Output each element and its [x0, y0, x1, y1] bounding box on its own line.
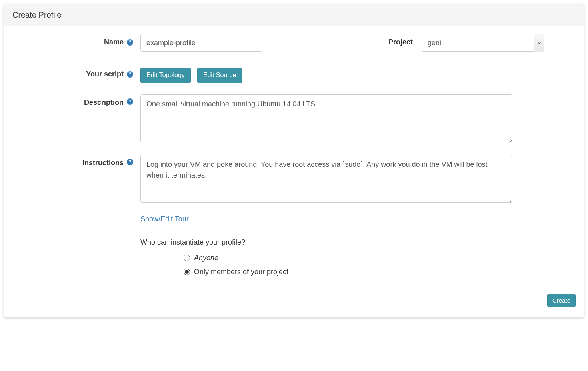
radio-anyone[interactable] — [184, 255, 190, 261]
top-row: Name ? Project geni — [12, 34, 576, 52]
project-select[interactable]: geni — [422, 34, 544, 52]
access-question: Who can instantiate your profile? — [140, 238, 576, 247]
script-row: Your script ? Edit Topology Edit Source — [12, 68, 576, 83]
project-group: Project geni — [388, 34, 576, 52]
instructions-row: Instructions ? — [12, 155, 576, 204]
name-input[interactable] — [140, 34, 262, 52]
access-anyone-label: Anyone — [194, 254, 218, 262]
name-label: Name — [104, 38, 124, 46]
name-label-col: Name ? — [12, 34, 140, 46]
instructions-label-col: Instructions ? — [12, 155, 140, 167]
help-icon[interactable]: ? — [127, 71, 133, 78]
instructions-control — [140, 155, 576, 204]
script-buttons: Edit Topology Edit Source — [140, 68, 576, 83]
access-members-label: Only members of your project — [194, 268, 288, 276]
project-select-wrap: geni — [422, 34, 544, 52]
access-option-members[interactable]: Only members of your project — [184, 268, 576, 276]
instructions-textarea[interactable] — [140, 155, 512, 203]
name-group: Name ? — [12, 34, 262, 52]
tour-row: Show/Edit Tour Who can instantiate your … — [12, 215, 576, 282]
edit-topology-button[interactable]: Edit Topology — [140, 68, 191, 83]
description-control — [140, 94, 576, 144]
description-textarea[interactable] — [140, 94, 512, 142]
tour-control: Show/Edit Tour Who can instantiate your … — [140, 215, 576, 282]
description-row: Description ? — [12, 94, 576, 144]
help-icon[interactable]: ? — [127, 159, 133, 165]
script-label: Your script — [86, 70, 124, 78]
tour-section: Show/Edit Tour — [140, 215, 512, 229]
tour-spacer — [12, 215, 140, 219]
access-option-anyone[interactable]: Anyone — [184, 254, 576, 262]
edit-source-button[interactable]: Edit Source — [197, 68, 242, 83]
radio-members[interactable] — [184, 269, 190, 275]
help-icon[interactable]: ? — [127, 39, 133, 46]
panel-title: Create Profile — [4, 4, 584, 26]
create-button[interactable]: Create — [547, 294, 576, 307]
description-label-col: Description ? — [12, 94, 140, 107]
script-label-col: Your script ? — [12, 68, 140, 78]
create-profile-panel: Create Profile Name ? Project geni — [4, 4, 584, 317]
footer-row: Create — [12, 294, 576, 307]
description-label: Description — [84, 98, 124, 107]
project-label: Project — [388, 34, 422, 46]
panel-body: Name ? Project geni Your scri — [4, 26, 584, 317]
show-edit-tour-link[interactable]: Show/Edit Tour — [140, 215, 189, 223]
help-icon[interactable]: ? — [127, 98, 133, 105]
instructions-label: Instructions — [82, 159, 124, 167]
